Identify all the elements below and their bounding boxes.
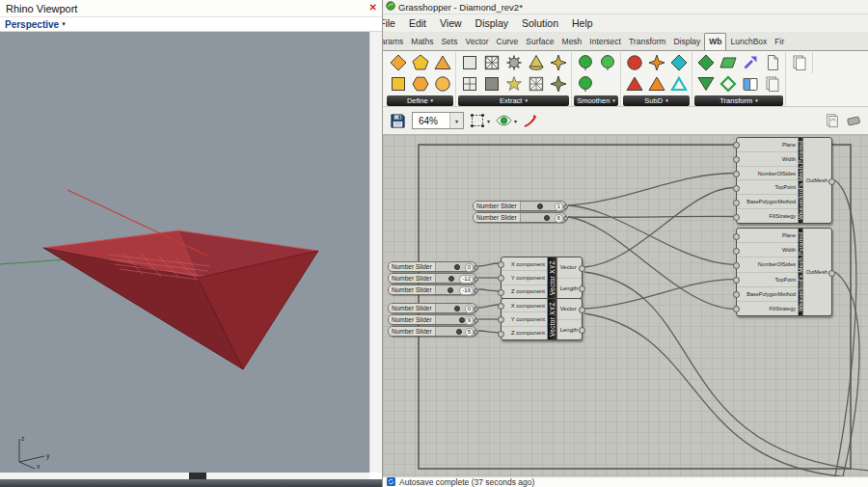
- wb-star-icon[interactable]: [503, 73, 525, 95]
- slider-knob[interactable]: [448, 276, 454, 282]
- input-fillstrategy[interactable]: FillStrategy: [737, 209, 799, 223]
- wb-catmull-clark-icon[interactable]: [624, 52, 645, 73]
- wb-wireframe-icon[interactable]: [481, 52, 502, 73]
- zoom-dropdown-button[interactable]: ▾: [449, 113, 463, 128]
- wb-sun-icon[interactable]: [548, 52, 569, 73]
- slider-knob[interactable]: [537, 203, 543, 209]
- slider-track[interactable]: 6: [521, 213, 565, 222]
- input-numberofsides[interactable]: NumberOfSides: [737, 257, 799, 272]
- wb-face-icon[interactable]: [459, 52, 480, 73]
- slider-output-port[interactable]: [474, 288, 478, 293]
- rhino-viewport[interactable]: z y x: [0, 32, 369, 473]
- menu-edit[interactable]: Edit: [409, 17, 426, 29]
- tab-curve[interactable]: Curve: [493, 34, 523, 50]
- slider-knob[interactable]: [448, 287, 453, 293]
- slider-output-port[interactable]: [474, 307, 478, 311]
- wb-sphere-icon[interactable]: [432, 73, 453, 95]
- slider-knob[interactable]: [544, 215, 550, 221]
- number-slider[interactable]: Number Slider 0: [388, 261, 476, 272]
- toolbar-group-label[interactable]: Smoothen▾: [574, 95, 618, 106]
- tab-surface[interactable]: Surface: [522, 34, 557, 50]
- slider-output-port[interactable]: [474, 265, 478, 270]
- wb-transform-page-icon[interactable]: [762, 52, 783, 73]
- wb-transform-arrow-icon[interactable]: [740, 52, 761, 73]
- wb-transform-plane-icon[interactable]: [718, 52, 739, 73]
- slider-output-port[interactable]: [563, 204, 568, 209]
- menu-help[interactable]: Help: [572, 17, 593, 29]
- output-length[interactable]: Length: [557, 320, 582, 340]
- toolbar-group-label[interactable]: Transform▾: [694, 95, 783, 106]
- zoom-combobox[interactable]: 64% ▾: [412, 112, 464, 129]
- toolbar-group-label[interactable]: Extract▾: [458, 95, 569, 106]
- number-slider[interactable]: Number Slider 1: [473, 201, 566, 211]
- output-outmesh[interactable]: OutMesh: [803, 229, 831, 315]
- wb-gear-icon[interactable]: [503, 52, 525, 73]
- wb-tri-red-icon[interactable]: [624, 73, 645, 95]
- wb-loop-subd-icon[interactable]: [646, 52, 667, 73]
- input-y-component[interactable]: Y component: [502, 312, 548, 326]
- menu-display[interactable]: Display: [475, 17, 508, 29]
- preview-button[interactable]: ▾: [496, 115, 517, 126]
- node-vector-xyz[interactable]: X component Y component Z component Vect…: [501, 298, 583, 340]
- node-vector-xyz[interactable]: X component Y component Z component Vect…: [501, 257, 583, 299]
- slider-knob[interactable]: [454, 306, 460, 311]
- tab-intersect[interactable]: Intersect: [585, 34, 625, 50]
- input-basepolygonmethod[interactable]: BasePolygonMethod: [737, 287, 799, 302]
- input-fillstrategy[interactable]: FillStrategy: [737, 302, 799, 315]
- wb-octahedron-icon[interactable]: [388, 52, 409, 73]
- output-length[interactable]: Length: [557, 279, 582, 299]
- output-outmesh[interactable]: OutMesh: [803, 138, 831, 223]
- input-z-component[interactable]: Z component: [502, 327, 548, 339]
- slider-output-port[interactable]: [474, 330, 478, 335]
- gh-canvas[interactable]: Number Slider 1 Number Slider 6 Number S…: [383, 135, 868, 476]
- number-slider[interactable]: Number Slider -12: [388, 273, 476, 284]
- wb-smooth-sphere-icon[interactable]: [575, 52, 596, 73]
- save-button[interactable]: [390, 113, 406, 129]
- input-plane[interactable]: Plane: [737, 138, 799, 152]
- wb-transform-tridown-icon[interactable]: [695, 73, 717, 95]
- input-toppoint[interactable]: TopPoint: [737, 180, 799, 195]
- zoom-value[interactable]: 64%: [413, 116, 449, 126]
- wb-mesh-icon[interactable]: [526, 73, 547, 95]
- slider-track[interactable]: -12: [436, 274, 475, 283]
- tab-sets[interactable]: Sets: [437, 34, 461, 50]
- tab-fir[interactable]: Fir: [771, 34, 788, 50]
- toolbar-group-label[interactable]: SubD▾: [623, 95, 690, 106]
- slider-output-port[interactable]: [474, 277, 478, 282]
- number-slider[interactable]: Number Slider 0: [388, 303, 476, 313]
- node-weaverbird-mesh-pyramid[interactable]: Plane Width NumberOfSides TopPoint BaseP…: [736, 228, 832, 316]
- eraser-button[interactable]: [846, 114, 861, 127]
- input-width[interactable]: Width: [737, 243, 799, 257]
- number-slider[interactable]: Number Slider 5: [388, 326, 476, 337]
- number-slider[interactable]: Number Slider 6: [473, 212, 566, 223]
- wb-smooth-mesh-icon[interactable]: [597, 52, 618, 73]
- menu-file[interactable]: File: [383, 17, 395, 29]
- input-x-component[interactable]: X component: [502, 299, 548, 312]
- wb-transform-pages-icon[interactable]: [762, 73, 783, 95]
- node-weaverbird-mesh-pyramid[interactable]: Plane Width NumberOfSides TopPoint BaseP…: [736, 137, 832, 224]
- number-slider[interactable]: Number Slider -16: [388, 284, 476, 295]
- slider-track[interactable]: 0: [436, 262, 475, 271]
- wb-hexahedron-icon[interactable]: [388, 73, 409, 95]
- slider-knob[interactable]: [459, 317, 465, 323]
- menu-view[interactable]: View: [440, 17, 462, 29]
- wb-manual-pages-icon[interactable]: [789, 52, 810, 73]
- input-y-component[interactable]: Y component: [502, 271, 548, 284]
- wb-pyramid-icon[interactable]: [526, 52, 547, 73]
- wb-icosahedron-icon[interactable]: [410, 73, 431, 95]
- markup-pen-button[interactable]: [523, 113, 538, 128]
- output-vector[interactable]: Vector: [557, 257, 582, 279]
- wb-dodecahedron-icon[interactable]: [410, 52, 431, 73]
- sketch-tool-button[interactable]: [825, 113, 840, 128]
- slider-track[interactable]: 5: [436, 327, 475, 336]
- input-plane[interactable]: Plane: [737, 229, 799, 243]
- input-x-component[interactable]: X component: [502, 257, 548, 271]
- output-vector[interactable]: Vector: [557, 299, 582, 320]
- grasshopper-titlebar[interactable]: Grasshopper - Diamond_rev2*: [383, 0, 868, 14]
- number-slider[interactable]: Number Slider 9: [388, 314, 476, 325]
- tab-vector[interactable]: Vector: [461, 34, 492, 50]
- slider-track[interactable]: 0: [436, 304, 475, 312]
- viewport-horizontal-scrollbar[interactable]: [0, 473, 369, 479]
- tab-display[interactable]: Display: [669, 34, 704, 50]
- wb-transform-book-icon[interactable]: [740, 73, 761, 95]
